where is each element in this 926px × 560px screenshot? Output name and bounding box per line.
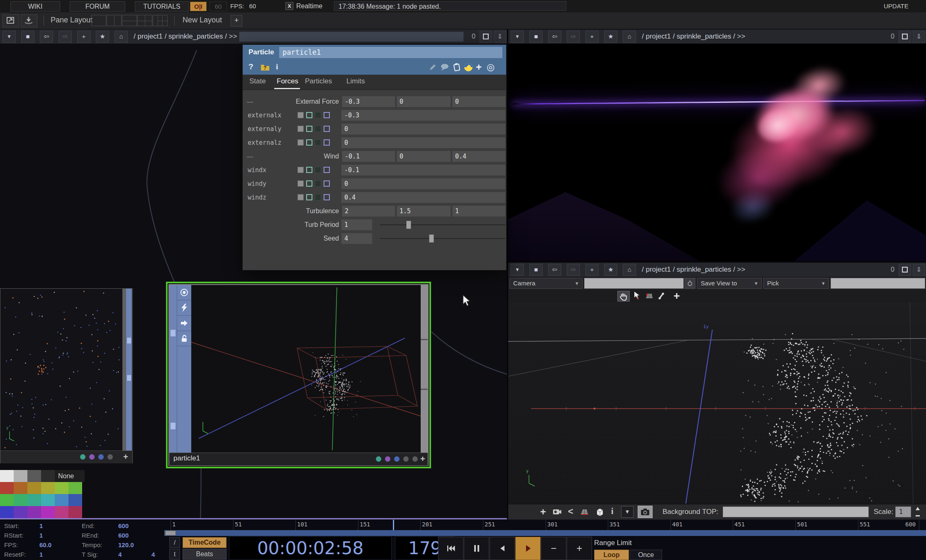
camera-dropdown[interactable]: Camera ▼ bbox=[509, 278, 582, 289]
dropdown-icon[interactable]: ▼ bbox=[2, 31, 16, 43]
channel-toggle-gray[interactable] bbox=[297, 194, 304, 200]
once-button[interactable]: Once bbox=[630, 550, 662, 560]
edit-pencil-icon[interactable] bbox=[429, 63, 437, 71]
transport-play-forward-button[interactable] bbox=[515, 537, 541, 560]
channel-toggle-purple[interactable] bbox=[324, 180, 330, 187]
grid-icon[interactable] bbox=[580, 508, 590, 516]
timeline-field-value[interactable]: 120.0 bbox=[118, 541, 134, 548]
geometry-viewport[interactable]: 1yy bbox=[508, 302, 926, 504]
add-icon[interactable]: + bbox=[585, 264, 599, 276]
slider-handle[interactable] bbox=[406, 221, 411, 229]
transport-frame-plus-button[interactable]: + bbox=[567, 537, 592, 560]
stop-icon[interactable]: ■ bbox=[529, 31, 543, 43]
channel-toggle-teal[interactable] bbox=[306, 167, 312, 173]
update-button[interactable]: UPDATE bbox=[884, 2, 909, 11]
loop-button[interactable]: Loop bbox=[594, 550, 629, 560]
home-icon[interactable]: ⌂ bbox=[115, 31, 128, 43]
palette-swatch[interactable] bbox=[55, 506, 68, 518]
palette-swatch[interactable] bbox=[0, 506, 14, 518]
channel-toggle-dark[interactable] bbox=[315, 139, 321, 146]
palette-swatch[interactable] bbox=[0, 482, 14, 494]
scrollbar-gray[interactable] bbox=[122, 289, 126, 450]
channel-toggle-gray[interactable] bbox=[297, 139, 304, 146]
collapse-down-icon[interactable]: ⇩ bbox=[913, 264, 925, 276]
channel-toggle-purple[interactable] bbox=[324, 112, 330, 118]
param-field[interactable]: 0 bbox=[396, 151, 451, 162]
param-channel-field[interactable]: 0 bbox=[341, 178, 505, 189]
channel-toggle-teal[interactable] bbox=[306, 180, 312, 187]
home-icon[interactable]: ⌂ bbox=[623, 31, 636, 43]
transport-frame-minus-button[interactable]: − bbox=[541, 537, 566, 560]
param-field[interactable]: 0 bbox=[452, 96, 505, 107]
transport-pause-button[interactable] bbox=[464, 537, 489, 560]
add-icon[interactable]: + bbox=[420, 454, 427, 464]
palette-swatch[interactable] bbox=[27, 482, 41, 494]
info-icon[interactable]: i bbox=[611, 506, 614, 516]
viewer-flag-dot[interactable] bbox=[412, 456, 418, 462]
dialog-header[interactable]: Particle particle1 bbox=[243, 45, 506, 61]
menu-link-wiki[interactable]: WIKI bbox=[10, 1, 60, 12]
comment-icon[interactable] bbox=[440, 63, 449, 71]
timeline-field-value[interactable]: 600 bbox=[118, 522, 129, 529]
param-field[interactable]: 1.5 bbox=[396, 206, 451, 217]
viewer-flag-dot[interactable] bbox=[107, 454, 113, 460]
transport-jump-start-button[interactable] bbox=[438, 537, 463, 560]
beats-mode-button[interactable]: Beats bbox=[183, 549, 227, 560]
viewer-flag-dot[interactable] bbox=[80, 454, 85, 460]
forward-icon[interactable]: ⇨ bbox=[58, 31, 72, 43]
select-arrow-icon[interactable] bbox=[633, 291, 641, 301]
pathbar-field[interactable] bbox=[239, 32, 464, 42]
link-icon[interactable] bbox=[685, 278, 695, 289]
timeline-field-value[interactable]: 1 bbox=[39, 551, 43, 558]
param-field[interactable]: 2 bbox=[341, 206, 395, 217]
window-icon[interactable] bbox=[2, 15, 19, 27]
pane-layout-preset-h-split[interactable] bbox=[122, 15, 137, 26]
mode-slash-button[interactable]: / bbox=[169, 537, 180, 548]
node-name-field[interactable]: particle1 bbox=[279, 47, 502, 58]
timeline-field-value[interactable]: 60.0 bbox=[39, 541, 51, 548]
palette-swatch[interactable] bbox=[14, 494, 27, 506]
favorite-icon[interactable]: ★ bbox=[604, 264, 617, 276]
dropdown-icon[interactable]: ▼ bbox=[511, 264, 524, 276]
timeline-field-value2[interactable]: 4 bbox=[151, 551, 155, 558]
scroll-handle[interactable] bbox=[171, 330, 175, 336]
palette-swatch[interactable] bbox=[41, 506, 55, 518]
tab-forces[interactable]: Forces bbox=[277, 77, 298, 85]
pick-dropdown[interactable]: Pick ▼ bbox=[763, 278, 829, 289]
back-icon[interactable]: ⇦ bbox=[40, 31, 53, 43]
bone-icon[interactable] bbox=[658, 291, 666, 301]
save-layout-icon[interactable] bbox=[21, 15, 37, 27]
maximize-icon[interactable] bbox=[899, 31, 911, 43]
channel-toggle-dark[interactable] bbox=[315, 126, 321, 132]
dropdown-button[interactable]: ▼ bbox=[621, 506, 634, 518]
channel-toggle-gray[interactable] bbox=[297, 112, 304, 118]
viewer-flag-dot[interactable] bbox=[376, 456, 381, 462]
palette-swatch[interactable] bbox=[55, 494, 68, 506]
add-icon[interactable]: + bbox=[77, 31, 90, 43]
slider-track[interactable] bbox=[380, 224, 505, 225]
viewer-flash-icon[interactable] bbox=[177, 300, 191, 316]
add-icon[interactable]: + bbox=[585, 31, 599, 43]
param-channel-field[interactable]: 0 bbox=[341, 137, 505, 148]
channel-toggle-teal[interactable] bbox=[306, 139, 312, 146]
copy-clipboard-icon[interactable] bbox=[453, 63, 461, 72]
viewer-flag-dot[interactable] bbox=[98, 454, 104, 460]
back-icon[interactable]: ⇦ bbox=[548, 31, 561, 43]
param-channel-field[interactable]: -0.3 bbox=[341, 110, 505, 121]
param-channel-field[interactable]: -0.1 bbox=[341, 165, 505, 175]
viewer-scroll-strip[interactable] bbox=[169, 285, 177, 453]
channel-toggle-purple[interactable] bbox=[324, 194, 330, 200]
dropdown-icon[interactable]: ▼ bbox=[511, 31, 524, 43]
target-icon[interactable]: ◎ bbox=[487, 62, 495, 73]
param-channel-field[interactable]: 0.4 bbox=[341, 192, 505, 203]
playhead[interactable] bbox=[393, 520, 394, 530]
palette-none-option[interactable]: None bbox=[55, 470, 85, 482]
viewer-right-strip[interactable] bbox=[421, 285, 428, 453]
collapse-down-icon[interactable]: ⇩ bbox=[913, 31, 925, 43]
timeline-range-bar[interactable] bbox=[164, 530, 926, 536]
channel-toggle-teal[interactable] bbox=[306, 194, 312, 200]
collapse-down-icon[interactable]: ⇩ bbox=[494, 31, 506, 43]
scale-stepper[interactable] bbox=[914, 506, 921, 518]
add-icon[interactable]: + bbox=[476, 61, 482, 73]
channel-toggle-dark[interactable] bbox=[315, 194, 321, 200]
